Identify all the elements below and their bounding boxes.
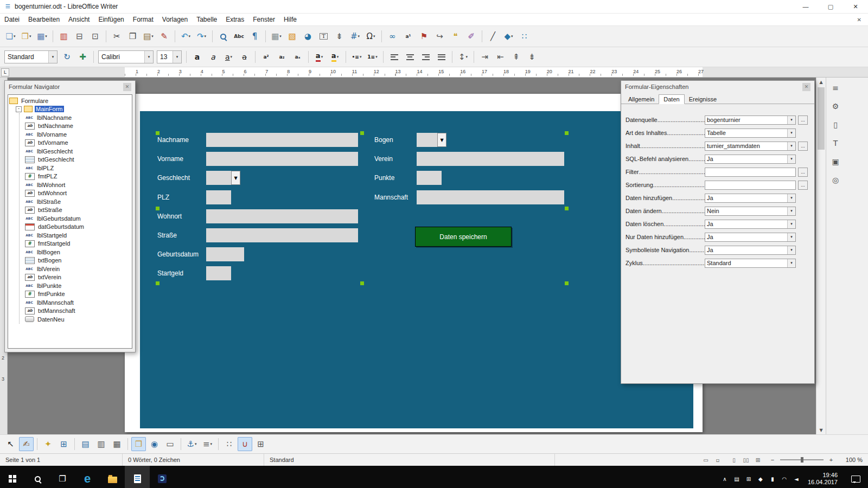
insert-bookmark-button[interactable]: ⚑ bbox=[417, 29, 431, 43]
highlight-color-button[interactable]: a▾ bbox=[328, 50, 342, 64]
dropdown-arrow-icon[interactable]: ▾ bbox=[279, 34, 282, 38]
dropdown-arrow-icon[interactable]: ▾ bbox=[787, 220, 795, 228]
plz-input[interactable] bbox=[206, 190, 231, 204]
selection-mode-icon[interactable]: ▭ bbox=[700, 457, 712, 463]
dropdown-arrow-icon[interactable]: ▾ bbox=[205, 34, 207, 38]
insert-hyperlink-button[interactable]: ∞ bbox=[385, 29, 400, 43]
property-field-art-des-inhaltes[interactable]: Tabelle▾ bbox=[705, 129, 796, 138]
task-view-button[interactable]: ❐ bbox=[50, 466, 75, 488]
form-properties-button[interactable]: ▦ bbox=[110, 437, 124, 451]
line-spacing-button[interactable]: ↕▾ bbox=[456, 50, 470, 64]
tab-daten[interactable]: Daten bbox=[659, 94, 684, 104]
dropdown-arrow-icon[interactable]: ▾ bbox=[14, 34, 16, 38]
dropdown-arrow-icon[interactable]: ▾ bbox=[337, 55, 339, 59]
tree-item-fmtpunkte[interactable]: #fmtPunkte bbox=[25, 290, 131, 299]
taskbar-clock[interactable]: 19:46 16.04.2017 bbox=[802, 466, 843, 488]
font-size-combo[interactable]: 13▾ bbox=[157, 50, 182, 63]
redo-button[interactable]: ↷▾ bbox=[194, 29, 209, 43]
selection-handle[interactable] bbox=[360, 281, 364, 285]
dropdown-arrow-icon[interactable]: ▾ bbox=[144, 51, 153, 63]
save-button[interactable]: ▦▾ bbox=[35, 29, 49, 43]
paste-button[interactable]: ▤▾ bbox=[141, 29, 156, 43]
wohnort-input[interactable] bbox=[206, 209, 358, 223]
dropdown-arrow-icon[interactable]: ▾ bbox=[787, 129, 795, 137]
form-canvas[interactable]: NachnameVornameGeschlecht▼PLZWohnortStra… bbox=[140, 111, 693, 428]
zoom-out-button[interactable]: − bbox=[768, 457, 777, 463]
dropdown-arrow-icon[interactable]: ▾ bbox=[787, 142, 795, 150]
menu-ansicht[interactable]: Ansicht bbox=[64, 14, 94, 25]
insert-image-button[interactable]: ▧ bbox=[285, 29, 299, 43]
superscript-button[interactable]: a² bbox=[259, 50, 273, 64]
page-deck-icon[interactable]: ▯ bbox=[826, 117, 845, 133]
tree-item-txtnachname[interactable]: abtxtNachname bbox=[25, 122, 131, 131]
strikethrough-button[interactable]: a bbox=[237, 50, 252, 64]
dropdown-arrow-icon[interactable]: ▼ bbox=[437, 133, 446, 147]
property-field-symbolleiste-navigation[interactable]: Ja▾ bbox=[705, 246, 796, 255]
word-count-status[interactable]: 0 Wörter, 0 Zeichen bbox=[123, 454, 264, 466]
tree-item-datenneu[interactable]: DatenNeu bbox=[25, 315, 131, 324]
nachname-input[interactable] bbox=[206, 133, 358, 147]
insert-special-character-button[interactable]: Ω▾ bbox=[363, 29, 378, 43]
insert-table-button[interactable]: ▦▾ bbox=[269, 29, 284, 43]
selection-handle[interactable] bbox=[360, 131, 364, 135]
tree-item-txtvorname[interactable]: abtxtVorname bbox=[25, 139, 131, 147]
show-draw-functions-button[interactable]: ∷ bbox=[517, 29, 532, 43]
tree-item-fmtplz[interactable]: #fmtPLZ bbox=[25, 172, 131, 181]
minimize-button[interactable]: — bbox=[793, 0, 818, 13]
clone-formatting-button[interactable]: ✎ bbox=[157, 29, 171, 43]
geburtsdatum-input[interactable] bbox=[206, 247, 244, 261]
open-in-design-mode-button[interactable]: ❒ bbox=[131, 437, 146, 451]
close-document-icon[interactable]: ✕ bbox=[857, 17, 861, 23]
open-button[interactable]: ❒▾ bbox=[19, 29, 34, 43]
display-grid-button[interactable]: ∷ bbox=[222, 437, 237, 451]
close-icon[interactable]: ✕ bbox=[802, 83, 810, 91]
insert-page-break-button[interactable]: ⇟ bbox=[332, 29, 347, 43]
collapse-icon[interactable]: - bbox=[16, 106, 22, 112]
tree-item-lblstartgeld[interactable]: ABClblStartgeld bbox=[25, 231, 131, 240]
menu-extras[interactable]: Extras bbox=[221, 14, 248, 25]
tree-item-lblpunkte[interactable]: ABClblPunkte bbox=[25, 281, 131, 290]
tree-item-lblverein[interactable]: ABClblVerein bbox=[25, 265, 131, 273]
battery-icon[interactable]: ▮ bbox=[767, 466, 778, 488]
tree-item-lblwohnort[interactable]: ABClblWohnort bbox=[25, 181, 131, 189]
property-field-daten-hinzufuegen[interactable]: Ja▾ bbox=[705, 194, 796, 203]
menu-hilfe[interactable]: Hilfe bbox=[279, 14, 301, 25]
dropdown-arrow-icon[interactable]: ▾ bbox=[173, 51, 181, 63]
book-view-icon[interactable]: ⊞ bbox=[752, 457, 764, 463]
property-field-zyklus[interactable]: Standard▾ bbox=[705, 259, 796, 268]
dropdown-arrow-icon[interactable]: ▾ bbox=[45, 34, 47, 38]
dropdown-arrow-icon[interactable]: ▾ bbox=[511, 34, 513, 38]
selection-handle[interactable] bbox=[156, 281, 159, 285]
numbered-list-button[interactable]: 1≡▾ bbox=[365, 50, 380, 64]
tab-allgemein[interactable]: Allgemein bbox=[624, 95, 659, 104]
dropdown-arrow-icon[interactable]: ▾ bbox=[360, 55, 362, 59]
tree-item-formulare[interactable]: Formulare bbox=[9, 97, 131, 105]
vertical-scrollbar[interactable]: ▲ ▼ bbox=[816, 78, 826, 434]
align-left-button[interactable] bbox=[387, 50, 401, 64]
file-explorer-button[interactable] bbox=[100, 466, 125, 488]
startgeld-input[interactable] bbox=[206, 266, 231, 280]
tree-item-datgeburtsdatum[interactable]: datGeburtsdatum bbox=[25, 223, 131, 232]
language-indicator-icon[interactable]: ⊞ bbox=[743, 466, 755, 488]
font-name-combo[interactable]: Calibri▾ bbox=[98, 50, 154, 63]
align-objects-button[interactable]: ≡▾ bbox=[200, 437, 215, 451]
selection-handle[interactable] bbox=[565, 207, 569, 210]
edge-button[interactable]: e bbox=[75, 466, 100, 488]
property-field-sortierung[interactable] bbox=[705, 181, 796, 190]
tree-item-lblplz[interactable]: ABClblPLZ bbox=[25, 164, 131, 172]
select-button[interactable]: ↖ bbox=[3, 437, 18, 451]
search-button[interactable] bbox=[25, 466, 50, 488]
geschlecht-select[interactable]: ▼ bbox=[206, 171, 240, 185]
tree-item-lblgeschlecht[interactable]: ABClblGeschlecht bbox=[25, 147, 131, 156]
bullet-list-button[interactable]: •≡▾ bbox=[349, 50, 364, 64]
dropdown-arrow-icon[interactable]: ▾ bbox=[787, 207, 795, 215]
writer-taskbar-button[interactable] bbox=[125, 466, 150, 488]
subscript-button[interactable]: a₂ bbox=[275, 50, 289, 64]
browse-button[interactable]: ... bbox=[798, 168, 808, 177]
dropdown-arrow-icon[interactable]: ▾ bbox=[321, 55, 323, 59]
zoom-slider[interactable] bbox=[780, 459, 824, 460]
tree-item-lblbogen[interactable]: ABClblBogen bbox=[25, 248, 131, 256]
track-changes-button[interactable]: ✐ bbox=[464, 29, 478, 43]
align-right-button[interactable] bbox=[418, 50, 433, 64]
copy-button[interactable]: ❐ bbox=[125, 29, 140, 43]
